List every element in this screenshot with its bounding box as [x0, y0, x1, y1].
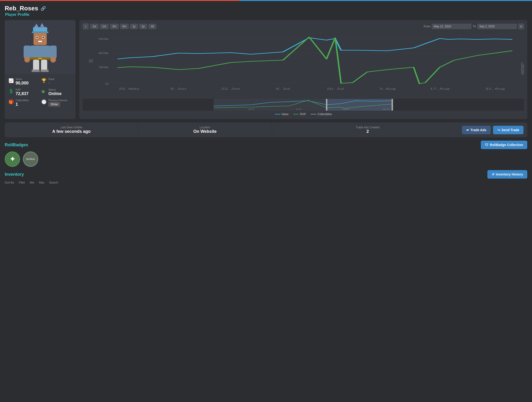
inventory-header: Inventory ↺ Inventory History	[5, 170, 527, 179]
shield-icon: 🛡	[485, 143, 488, 147]
value-legend-line	[275, 114, 280, 114]
stat-rap-item: 💲 RAP 72,837	[8, 88, 39, 96]
send-trade-btn-label: Send Trade	[501, 128, 519, 132]
svg-point-16	[50, 57, 56, 63]
from-date-input[interactable]	[432, 24, 471, 29]
legend-value: Value	[275, 113, 289, 116]
send-trade-icon: ↪	[497, 128, 500, 132]
trade-ads-btn-label: Trade Ads	[470, 128, 486, 132]
verified-label: Verified.	[26, 158, 35, 160]
svg-text:25. May: 25. May	[119, 88, 139, 90]
collectibles-value: 1	[16, 102, 29, 107]
svg-rect-12	[38, 58, 42, 59]
trade-ads-button[interactable]: ⇌ Trade Ads	[462, 126, 490, 134]
legend-rap: RAP	[293, 113, 306, 116]
svg-text:Sep '20: Sep '20	[383, 108, 389, 110]
time-btn-1y[interactable]: 1y	[130, 24, 138, 29]
header: Reb_Roses 🔗 Player Profile	[0, 1, 532, 18]
svg-marker-1	[40, 23, 44, 27]
roli-badge-collection-button[interactable]: 🛡 RoliBadge Collection	[481, 141, 527, 149]
location-value: On Website	[143, 129, 267, 134]
star-icon: ✦	[10, 155, 15, 163]
chart-controls: ! 1w 1m 3m 6m 1y 2y All From To ≡	[82, 23, 524, 30]
time-btn-1w[interactable]: 1w	[90, 24, 98, 29]
trade-ads-label: Trade Ads Created	[276, 126, 460, 129]
left-panel: 📈 Value 90,000 🏆 Rank - 💲	[5, 20, 76, 119]
svg-text:17. Aug: 17. Aug	[430, 88, 450, 90]
profile-section: 📈 Value 90,000 🏆 Rank - 💲	[5, 20, 527, 119]
svg-rect-7	[36, 37, 38, 38]
send-trade-button[interactable]: ↪ Send Trade	[493, 126, 524, 134]
svg-rect-50	[392, 99, 393, 111]
rank-value: -	[48, 81, 55, 85]
dollar-icon: 💲	[8, 89, 14, 94]
badges-header: RoliBadges 🛡 RoliBadge Collection	[5, 141, 527, 149]
svg-rect-4	[33, 33, 47, 45]
username: Reb_Roses	[5, 5, 38, 12]
last-seen-value: A few seconds ago	[9, 129, 133, 134]
header-title-row: Reb_Roses 🔗	[5, 5, 527, 12]
minimap-container[interactable]: Jun '20 Jul '20 Aug '20 Sep '20	[82, 99, 524, 111]
inventory-section: Inventory ↺ Inventory History Sort By Fi…	[5, 170, 527, 184]
legend-value-label: Value	[282, 113, 289, 116]
badge-star[interactable]: ✦	[5, 151, 20, 167]
max-label: Max	[39, 181, 44, 184]
svg-text:Jul '20: Jul '20	[296, 108, 301, 110]
svg-rect-13	[24, 45, 31, 58]
location-label: Location	[143, 126, 267, 129]
chart-menu-button[interactable]: ≡	[518, 24, 524, 29]
rap-value: 72,837	[16, 91, 29, 96]
svg-text:6. Jul: 6. Jul	[276, 88, 290, 90]
badge-verified[interactable]: Verified.	[23, 151, 38, 167]
badges-section: RoliBadges 🛡 RoliBadge Collection ✦ Veri…	[5, 141, 527, 167]
trophy-icon: 🏆	[41, 78, 46, 83]
show-names-button[interactable]: Show	[48, 102, 60, 107]
time-btn-6m[interactable]: 6m	[120, 24, 129, 29]
legend-collectibles-label: Collectibles	[317, 113, 332, 116]
min-label: Min	[30, 181, 34, 184]
right-panel: ! 1w 1m 3m 6m 1y 2y All From To ≡	[79, 20, 527, 119]
stat-value-item: 📈 Value 90,000	[8, 78, 39, 86]
link-icon[interactable]: 🔗	[41, 6, 46, 11]
value-label: Value	[16, 78, 29, 81]
from-label: From	[424, 25, 430, 28]
time-btn-all[interactable]: All	[148, 24, 156, 29]
signal-icon: ◉	[41, 89, 46, 94]
to-date-input[interactable]	[477, 24, 517, 29]
svg-rect-49	[326, 99, 327, 111]
time-btn-3m[interactable]: 3m	[110, 24, 119, 29]
badges-list: ✦ Verified.	[5, 151, 527, 167]
svg-rect-19	[32, 69, 40, 72]
time-btn-1m[interactable]: 1m	[100, 24, 108, 29]
clock-icon: 🕐	[41, 99, 46, 105]
svg-rect-14	[50, 45, 57, 58]
to-label: To	[473, 25, 476, 28]
rap-label: RAP	[16, 88, 29, 91]
svg-rect-9	[38, 41, 42, 42]
svg-text:Collectibles: Collectibles	[520, 63, 524, 75]
stat-rank-item: 🏆 Rank -	[41, 78, 72, 86]
legend-rap-label: RAP	[300, 113, 306, 116]
status-value: Online	[48, 91, 62, 96]
svg-text:31. Aug: 31. Aug	[485, 88, 505, 90]
collectibles-label: Collectibles	[16, 99, 29, 102]
time-btn-2y[interactable]: 2y	[139, 24, 147, 29]
inventory-history-button[interactable]: ↺ Inventory History	[488, 170, 527, 179]
trade-actions-cell: Trade Ads Created 2 ⇌ Trade Ads ↪ Send T…	[272, 122, 527, 137]
page-label: Player Profile	[5, 13, 527, 17]
stat-prev-names-item: 🕐 Previous Names Show	[41, 99, 72, 107]
chart-legend: Value RAP Collectibles	[82, 113, 524, 116]
value-number: 90,000	[16, 81, 29, 86]
avatar-svg	[21, 22, 59, 72]
svg-text:0: 0	[105, 82, 109, 85]
alert-button[interactable]: !	[82, 23, 89, 30]
rank-label: Rank	[48, 78, 55, 81]
prev-names-label: Previous Names	[48, 99, 68, 102]
badges-title: RoliBadges	[5, 143, 28, 147]
svg-text:60k: 60k	[98, 52, 109, 55]
info-strip: Last Seen Online A few seconds ago Locat…	[5, 122, 527, 137]
svg-text:20. Jul: 20. Jul	[327, 88, 344, 90]
collectibles-legend-line	[310, 114, 316, 114]
minimap-svg: Jun '20 Jul '20 Aug '20 Sep '20	[82, 99, 524, 111]
inventory-history-btn-label: Inventory History	[496, 172, 523, 176]
